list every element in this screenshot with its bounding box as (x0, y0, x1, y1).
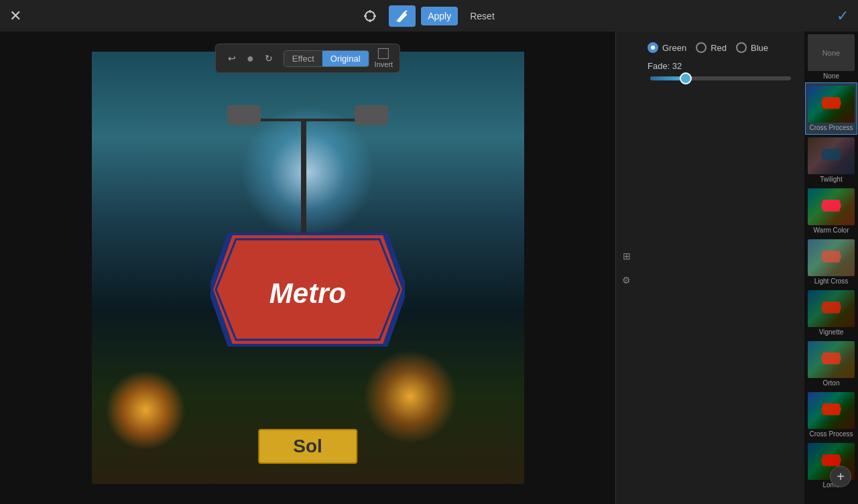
svg-point-0 (365, 11, 375, 21)
filter-light-cross-label: Light Cross (814, 277, 849, 285)
fade-label: Fade: 32 (648, 61, 794, 71)
filter-twilight-label: Twilight (820, 176, 842, 183)
blue-radio[interactable] (736, 42, 747, 53)
filter-lomo[interactable]: Lomo (805, 440, 857, 491)
filter-twilight-thumb (808, 137, 855, 174)
lamp-arm (254, 119, 361, 121)
canvas-area: Metro Sol ↩ ● ↻ Effect Original (0, 32, 615, 504)
lamp-right (355, 105, 388, 125)
filter-twilight[interactable]: Twilight (805, 135, 857, 186)
undo-button[interactable]: ↩ (223, 50, 241, 66)
effect-button[interactable]: Effect (284, 51, 322, 66)
effect-original-group: Effect Original (284, 50, 369, 67)
filter-vignette-thumb (808, 290, 855, 327)
brush-button[interactable] (389, 5, 416, 27)
filter-orton[interactable]: Orton (805, 338, 857, 389)
filter-cross-process-2-label: Cross Process (809, 430, 853, 438)
invert-label: Invert (375, 60, 393, 68)
filter-warm-color-thumb (808, 188, 855, 225)
redo-button[interactable]: ↻ (259, 50, 278, 66)
canvas-with-side: Metro Sol ↩ ● ↻ Effect Original (0, 32, 637, 504)
fade-container: Fade: 32 (648, 61, 794, 80)
glow-bottom-left (105, 370, 186, 450)
svg-text:Metro: Metro (269, 277, 346, 309)
right-panel: ➤ Green Red Blue Fade: 32 (637, 32, 804, 504)
blue-radio-group[interactable]: Blue (736, 42, 768, 53)
filter-orton-thumb (808, 341, 855, 378)
blue-label: Blue (751, 43, 768, 53)
filter-warm-color[interactable]: Warm Color (805, 186, 857, 237)
green-radio[interactable] (648, 42, 658, 53)
apply-button[interactable]: Apply (421, 7, 458, 25)
filter-vignette-label: Vignette (819, 328, 844, 336)
close-button[interactable]: ✕ (9, 7, 21, 25)
filter-panel: None None Cross Process Twilight Warm Co… (804, 32, 858, 504)
glow-bottom-right (363, 350, 457, 444)
confirm-button[interactable]: ✓ (837, 7, 849, 25)
metro-image: Metro Sol (92, 52, 524, 484)
side-panel-right: ⊞ ⚙ (615, 32, 637, 504)
filter-orton-label: Orton (822, 379, 839, 387)
filter-light-cross[interactable]: Light Cross (805, 237, 857, 288)
metro-sign: Metro (210, 233, 405, 346)
invert-checkbox[interactable] (378, 48, 389, 59)
filter-none-thumb: None (808, 34, 855, 71)
settings-button[interactable]: ⚙ (617, 271, 636, 290)
overlay-toolbar: ↩ ● ↻ Effect Original Invert (215, 44, 400, 73)
green-label: Green (662, 43, 686, 53)
filter-warm-color-label: Warm Color (814, 227, 849, 234)
original-button[interactable]: Original (322, 51, 369, 66)
channel-selector: Green Red Blue (648, 42, 794, 53)
lamp-left (227, 105, 261, 125)
svg-line-5 (404, 11, 407, 13)
filter-vignette[interactable]: Vignette (805, 288, 857, 338)
reset-button[interactable]: Reset (463, 7, 501, 25)
circle-icon: ● (247, 52, 254, 66)
main-content: Metro Sol ↩ ● ↻ Effect Original (0, 32, 858, 504)
fade-slider-track[interactable] (650, 76, 791, 80)
filter-cross-process-thumb (808, 86, 855, 123)
grid-button[interactable]: ⊞ (617, 247, 636, 265)
filter-none-label: None (823, 72, 839, 80)
green-radio-group[interactable]: Green (648, 42, 686, 53)
top-toolbar: ✕ Apply Reset ✓ (0, 0, 858, 32)
filter-cross-process-label: Cross Process (809, 124, 853, 131)
filter-cross-process[interactable]: Cross Process (805, 82, 857, 135)
filter-cross-process-2[interactable]: Cross Process (805, 389, 857, 440)
add-filter-button[interactable]: + (830, 466, 851, 487)
filter-light-cross-thumb (808, 239, 855, 276)
sol-sign: Sol (258, 429, 357, 464)
crosshair-button[interactable] (357, 5, 383, 27)
fade-slider-thumb[interactable] (680, 72, 692, 84)
sol-text: Sol (293, 436, 322, 456)
red-radio[interactable] (696, 42, 707, 53)
red-label: Red (711, 43, 727, 53)
glow-top (241, 105, 375, 239)
red-radio-group[interactable]: Red (696, 42, 727, 53)
invert-container: Invert (375, 48, 393, 68)
filter-none[interactable]: None None (805, 32, 857, 82)
filter-cross-process-2-thumb (808, 392, 855, 429)
